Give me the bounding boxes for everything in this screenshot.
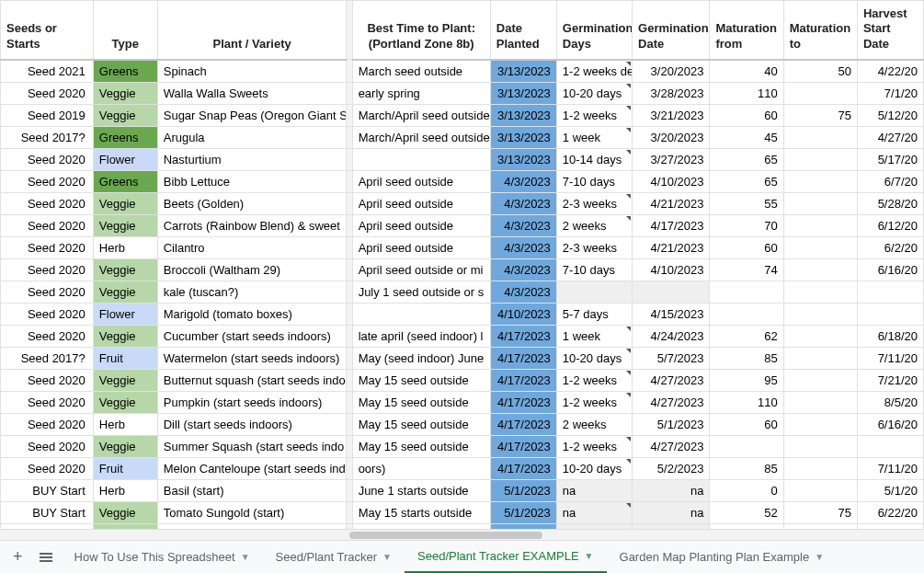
- cell-type[interactable]: Veggie: [93, 258, 157, 281]
- col-header-plant[interactable]: Plant / Variety: [157, 1, 347, 60]
- cell-date-planted[interactable]: 5/1/2023: [490, 479, 556, 501]
- cell-type[interactable]: Veggie: [93, 369, 157, 391]
- cell-maturation-to[interactable]: [783, 236, 857, 258]
- cell-germ-date[interactable]: 5/1/2023: [633, 413, 710, 435]
- cell-germ-days[interactable]: 1-2 weeks: [556, 369, 632, 391]
- cell-type[interactable]: Herb: [93, 479, 157, 501]
- cell-harvest[interactable]: [857, 303, 923, 325]
- cell-type[interactable]: Greens: [93, 60, 157, 83]
- table-row[interactable]: Seed 2020VeggieBroccoli (Waltham 29)Apri…: [1, 258, 924, 281]
- cell-maturation-from[interactable]: [710, 303, 783, 325]
- cell-germ-days[interactable]: 2-3 weeks: [556, 236, 632, 258]
- cell-maturation-to[interactable]: [783, 303, 857, 325]
- cell-seeds[interactable]: Seed 2019: [1, 104, 94, 126]
- cell-best-time[interactable]: May (seed indoor) June: [352, 347, 490, 369]
- cell-germ-date[interactable]: 3/27/2023: [633, 148, 710, 170]
- cell-maturation-from[interactable]: 95: [710, 369, 783, 391]
- cell-seeds[interactable]: Seed 2020: [1, 192, 94, 214]
- cell-harvest[interactable]: 7/21/20: [857, 369, 923, 391]
- cell-maturation-to[interactable]: 50: [783, 60, 857, 83]
- cell-seeds[interactable]: Seed 2020: [1, 82, 94, 104]
- cell-date-planted[interactable]: 4/3/2023: [490, 258, 556, 281]
- cell-plant[interactable]: Watermelon (start seeds indoors): [157, 347, 347, 369]
- cell-plant[interactable]: Walla Walla Sweets: [157, 82, 347, 104]
- cell-germ-date[interactable]: 4/21/2023: [633, 192, 710, 214]
- cell-seeds[interactable]: Seed 2020: [1, 281, 94, 303]
- cell-maturation-to[interactable]: [783, 82, 857, 104]
- col-header-seeds[interactable]: Seeds or Starts: [1, 1, 94, 60]
- cell-maturation-to[interactable]: [783, 347, 857, 369]
- cell-type[interactable]: Herb: [93, 236, 157, 258]
- cell-germ-days[interactable]: 1 week: [556, 325, 632, 347]
- scrollbar-thumb[interactable]: [349, 532, 542, 539]
- cell-best-time[interactable]: July 1 seed outside or s: [352, 281, 490, 303]
- cell-best-time[interactable]: May 15 seed outside: [352, 391, 490, 413]
- cell-plant[interactable]: Carrots (Rainbow Blend) & sweet: [157, 214, 347, 236]
- cell-date-planted[interactable]: 4/17/2023: [490, 391, 556, 413]
- cell-harvest[interactable]: 7/1/20: [857, 82, 923, 104]
- cell-germ-days[interactable]: 5-7 days: [556, 303, 632, 325]
- cell-harvest[interactable]: 6/22/20: [857, 501, 923, 523]
- table-row[interactable]: Seed 2020VeggieSummer Squash (start seed…: [1, 435, 924, 457]
- cell-type[interactable]: Greens: [93, 170, 157, 192]
- cell-maturation-to[interactable]: [783, 258, 857, 281]
- cell-best-time[interactable]: March/April seed outside: [352, 126, 490, 148]
- cell-seeds[interactable]: Seed 2020: [1, 413, 94, 435]
- cell-best-time[interactable]: April seed outside or mi: [352, 258, 490, 281]
- cell-harvest[interactable]: 8/5/20: [857, 391, 923, 413]
- cell-maturation-from[interactable]: [710, 281, 783, 303]
- table-row[interactable]: Seed 2020VeggieButternut squash (start s…: [1, 369, 924, 391]
- cell-germ-date[interactable]: 4/24/2023: [633, 325, 710, 347]
- cell-harvest[interactable]: 5/12/20: [857, 104, 923, 126]
- cell-best-time[interactable]: May 15 starts outside: [352, 501, 490, 523]
- cell-germ-days[interactable]: 1-2 weeks: [556, 435, 632, 457]
- cell-best-time[interactable]: March/April seed outside: [352, 104, 490, 126]
- table-row[interactable]: Seed 2020Veggiekale (tuscan?)July 1 seed…: [1, 281, 924, 303]
- cell-germ-date[interactable]: [633, 281, 710, 303]
- cell-plant[interactable]: Arugula: [157, 126, 347, 148]
- cell-best-time[interactable]: late april (seed indoor) l: [352, 325, 490, 347]
- cell-date-planted[interactable]: 4/17/2023: [490, 413, 556, 435]
- grid-area[interactable]: Seeds or Starts Type Plant / Variety Bes…: [0, 0, 924, 529]
- cell-plant[interactable]: Bibb Lettuce: [157, 170, 347, 192]
- cell-best-time[interactable]: early spring: [352, 82, 490, 104]
- cell-harvest[interactable]: 5/17/20: [857, 148, 923, 170]
- col-header-germ-date[interactable]: Germination Date: [633, 1, 710, 60]
- cell-maturation-to[interactable]: [783, 413, 857, 435]
- cell-germ-days[interactable]: 10-20 days: [556, 82, 632, 104]
- table-row[interactable]: Seed 2020HerbCilantroApril seed outside4…: [1, 236, 924, 258]
- cell-harvest[interactable]: 6/16/20: [857, 258, 923, 281]
- cell-germ-days[interactable]: 7-10 days: [556, 170, 632, 192]
- sheet-tab[interactable]: Garden Map Planting Plan Example▼: [607, 541, 838, 574]
- cell-plant[interactable]: kale (tuscan?): [157, 281, 347, 303]
- cell-seeds[interactable]: Seed 2017?: [1, 126, 94, 148]
- chevron-down-icon[interactable]: ▼: [382, 552, 392, 562]
- col-header-maturation-from[interactable]: Maturation from: [710, 1, 783, 60]
- cell-best-time[interactable]: oors): [352, 457, 490, 479]
- chevron-down-icon[interactable]: ▼: [241, 552, 250, 562]
- cell-germ-days[interactable]: 2 weeks: [556, 413, 632, 435]
- cell-maturation-to[interactable]: [783, 457, 857, 479]
- cell-germ-date[interactable]: 4/27/2023: [633, 391, 710, 413]
- cell-best-time[interactable]: May 15 seed outside: [352, 369, 490, 391]
- cell-type[interactable]: Fruit: [93, 457, 157, 479]
- cell-germ-days[interactable]: 1-2 weeks: [556, 104, 632, 126]
- cell-maturation-to[interactable]: [783, 369, 857, 391]
- table-row[interactable]: Seed 2020GreensBibb LettuceApril seed ou…: [1, 170, 924, 192]
- cell-germ-date[interactable]: 4/27/2023: [633, 435, 710, 457]
- cell-germ-date[interactable]: 4/10/2023: [633, 170, 710, 192]
- cell-maturation-to[interactable]: 75: [783, 104, 857, 126]
- cell-best-time[interactable]: May 15 seed outside: [352, 413, 490, 435]
- cell-maturation-to[interactable]: [783, 170, 857, 192]
- cell-seeds[interactable]: Seed 2021: [1, 60, 94, 83]
- cell-plant[interactable]: Pumpkin (start seeds indoors): [157, 391, 347, 413]
- cell-germ-days[interactable]: 1-2 weeks: [556, 391, 632, 413]
- cell-best-time[interactable]: [352, 303, 490, 325]
- cell-germ-days[interactable]: 2 weeks: [556, 214, 632, 236]
- cell-harvest[interactable]: 5/28/20: [857, 192, 923, 214]
- cell-harvest[interactable]: 6/7/20: [857, 170, 923, 192]
- cell-maturation-from[interactable]: 65: [710, 148, 783, 170]
- cell-type[interactable]: Veggie: [93, 192, 157, 214]
- cell-germ-days[interactable]: 2-3 weeks: [556, 192, 632, 214]
- cell-type[interactable]: Veggie: [93, 501, 157, 523]
